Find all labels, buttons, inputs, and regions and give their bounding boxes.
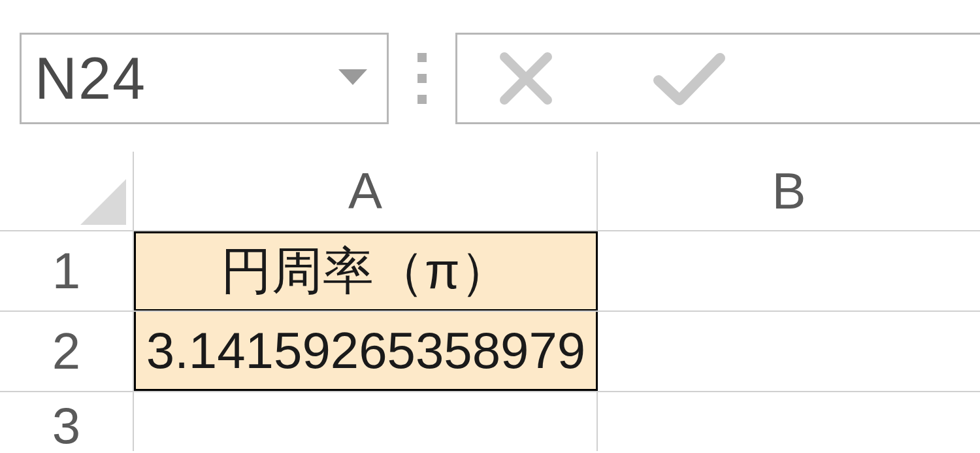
column-header-B[interactable]: B [598, 152, 980, 230]
cancel-icon [497, 49, 555, 108]
row-header-2[interactable]: 2 [0, 312, 134, 391]
cell-A2[interactable]: 3.14159265358979 [134, 312, 598, 391]
row-1: 1 円周率（π） [0, 231, 980, 312]
row-2: 2 3.14159265358979 [0, 312, 980, 392]
row-3: 3 [0, 392, 980, 451]
chevron-down-icon[interactable] [338, 69, 367, 88]
name-box-value: N24 [35, 45, 146, 112]
svg-marker-3 [80, 179, 126, 225]
cell-B3[interactable] [598, 392, 980, 451]
select-all-corner[interactable] [0, 152, 134, 230]
svg-marker-0 [338, 69, 367, 85]
confirm-icon [653, 49, 725, 108]
cell-A1[interactable]: 円周率（π） [134, 231, 598, 310]
cell-B1[interactable] [598, 231, 980, 310]
drag-handle-icon[interactable] [415, 53, 429, 104]
cell-A3[interactable] [134, 392, 598, 451]
column-header-A[interactable]: A [134, 152, 598, 230]
formula-bar: N24 [20, 33, 980, 124]
spreadsheet-grid: A B 1 円周率（π） 2 3.14159265358979 3 [0, 152, 980, 453]
name-box[interactable]: N24 [20, 33, 389, 124]
row-header-3[interactable]: 3 [0, 392, 134, 451]
cell-B2[interactable] [598, 312, 980, 391]
row-header-1[interactable]: 1 [0, 231, 134, 310]
column-header-row: A B [0, 152, 980, 231]
formula-input-area[interactable] [455, 33, 980, 124]
